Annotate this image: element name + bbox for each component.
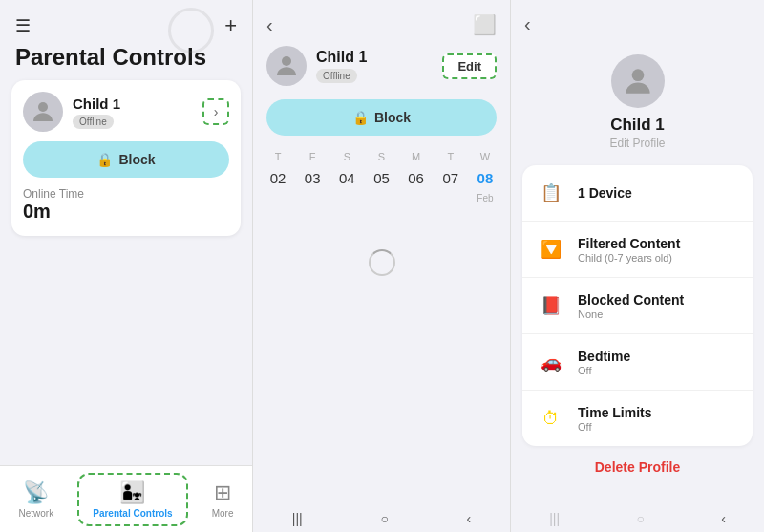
timelimits-icon: ⏱	[536, 403, 566, 434]
cal-num-3: 05	[368, 164, 394, 191]
settings-item-device[interactable]: 📋 1 Device	[522, 165, 753, 222]
scan-icon[interactable]: ⬜	[473, 13, 497, 36]
cal-day-5[interactable]: T 07	[437, 151, 464, 203]
android-menu-right[interactable]: |||	[549, 511, 560, 526]
cal-label-2: S	[344, 151, 350, 162]
block-button[interactable]: 🔒 Block	[23, 141, 229, 178]
cal-label-0: T	[275, 151, 282, 162]
bedtime-icon: 🚗	[536, 347, 566, 377]
spinner	[369, 249, 395, 276]
cal-day-1[interactable]: F 03	[299, 151, 326, 203]
nav-label-network: Network	[19, 508, 54, 519]
cal-num-1: 03	[299, 164, 326, 191]
cal-num-5: 07	[437, 164, 464, 191]
android-back-right[interactable]: ‹	[721, 511, 726, 526]
android-home-right[interactable]: ○	[636, 511, 644, 526]
edit-profile-label[interactable]: Edit Profile	[609, 137, 665, 150]
profile-name-right: Child 1	[610, 116, 665, 135]
avatar-right	[611, 54, 665, 108]
settings-item-bedtime[interactable]: 🚗 Bedtime Off	[522, 334, 753, 391]
blocked-icon: 📕	[536, 290, 566, 321]
cal-label-6: W	[480, 151, 490, 162]
online-time-label: Online Time	[23, 187, 229, 201]
nav-item-more[interactable]: ⊞ More	[199, 475, 247, 524]
svg-point-0	[38, 102, 48, 112]
svg-point-2	[631, 69, 644, 81]
menu-icon[interactable]: ☰	[15, 15, 31, 36]
lock-icon: 🔒	[96, 152, 113, 167]
middle-panel: ‹ ⬜ Child 1 Offline Edit 🔒 Block T 02 F …	[253, 0, 511, 532]
timelimits-subtitle: Off	[578, 421, 652, 433]
cal-num-4: 06	[403, 164, 430, 191]
block-label-middle: Block	[374, 110, 411, 125]
page-title: Parental Controls	[0, 44, 252, 80]
avatar	[23, 92, 63, 132]
android-home-middle[interactable]: ○	[380, 511, 388, 526]
bedtime-subtitle: Off	[578, 365, 630, 376]
right-panel: ‹ Child 1 Edit Profile 📋 1 Device 🔽 Filt…	[511, 0, 764, 532]
cal-num-6: 08	[472, 164, 499, 191]
clock-decoration	[168, 8, 214, 53]
bedtime-title: Bedtime	[578, 349, 630, 364]
child-name-middle: Child 1	[316, 49, 367, 66]
add-icon[interactable]: +	[224, 13, 237, 38]
profile-center: Child 1 Edit Profile	[511, 45, 764, 165]
cal-month-6: Feb	[477, 193, 493, 203]
settings-list: 📋 1 Device 🔽 Filtered Content Child (0-7…	[522, 165, 753, 446]
online-time-value: 0m	[23, 201, 229, 223]
filtered-subtitle: Child (0-7 years old)	[578, 252, 680, 264]
status-badge: Offline	[73, 115, 114, 129]
nav-label-parental: Parental Controls	[93, 508, 172, 519]
timelimits-title: Time Limits	[578, 405, 652, 420]
block-label: Block	[118, 152, 155, 167]
settings-item-timelimits[interactable]: ⏱ Time Limits Off	[522, 391, 753, 446]
network-icon: 📡	[23, 480, 49, 505]
block-button-middle[interactable]: 🔒 Block	[266, 99, 497, 136]
child-card: Child 1 Offline › 🔒 Block Online Time 0m	[11, 80, 241, 236]
nav-item-parental[interactable]: 👨‍👧 Parental Controls	[77, 473, 187, 526]
filtered-icon: 🔽	[536, 234, 566, 265]
blocked-title: Blocked Content	[578, 292, 684, 308]
calendar-row: T 02 F 03 S 04 S 05 M 06 T 07	[253, 151, 510, 203]
cal-day-4[interactable]: M 06	[403, 151, 430, 203]
android-back-middle[interactable]: ‹	[466, 511, 471, 526]
cal-day-2[interactable]: S 04	[333, 151, 360, 203]
settings-item-blocked[interactable]: 📕 Blocked Content None	[522, 278, 753, 334]
cal-day-0[interactable]: T 02	[265, 151, 291, 203]
left-panel: ☰ + Parental Controls Child 1 Offline ›	[0, 0, 253, 532]
edit-button[interactable]: Edit	[442, 53, 497, 79]
lock-icon-middle: 🔒	[352, 110, 369, 125]
cal-num-2: 04	[333, 164, 360, 191]
nav-label-more: More	[212, 508, 234, 519]
cal-label-5: T	[447, 151, 454, 162]
cal-num-0: 02	[265, 164, 291, 191]
cal-label-4: M	[412, 151, 420, 162]
android-nav-middle: ||| ○ ‹	[253, 505, 510, 532]
parental-icon: 👨‍👧	[119, 480, 145, 505]
device-title: 1 Device	[578, 185, 632, 201]
status-badge-middle: Offline	[316, 69, 357, 83]
more-icon: ⊞	[214, 480, 231, 505]
bottom-nav: 📡 Network 👨‍👧 Parental Controls ⊞ More	[0, 465, 252, 532]
cal-day-3[interactable]: S 05	[368, 151, 394, 203]
cal-day-6[interactable]: W 08 Feb	[472, 151, 499, 203]
svg-point-1	[282, 56, 291, 66]
android-nav-right: ||| ○ ‹	[511, 505, 764, 532]
filtered-title: Filtered Content	[578, 236, 680, 251]
profile-row-middle: Child 1 Offline Edit	[253, 46, 510, 99]
child-nav-arrow[interactable]: ›	[202, 98, 229, 125]
avatar-middle	[266, 46, 307, 86]
device-icon: 📋	[536, 178, 566, 208]
child-name: Child 1	[73, 96, 120, 112]
back-button-right[interactable]: ‹	[524, 13, 531, 35]
back-button-middle[interactable]: ‹	[266, 14, 273, 36]
nav-item-network[interactable]: 📡 Network	[6, 475, 68, 524]
delete-profile-button[interactable]: Delete Profile	[511, 446, 764, 488]
cal-label-3: S	[378, 151, 385, 162]
cal-label-1: F	[309, 151, 316, 162]
loading-area	[253, 211, 510, 314]
settings-item-filtered[interactable]: 🔽 Filtered Content Child (0-7 years old)	[522, 222, 753, 278]
android-menu-middle[interactable]: |||	[292, 511, 303, 526]
blocked-subtitle: None	[578, 309, 684, 320]
